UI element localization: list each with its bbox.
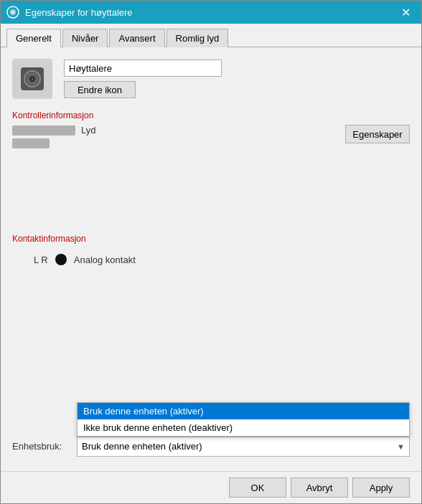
device-usage-section: Enhetsbruk: Bruk denne enheten (aktiver)… <box>12 437 410 457</box>
change-icon-button[interactable]: Endre ikon <box>64 81 136 98</box>
controller-bar-narrow <box>12 138 50 148</box>
content-area: Endre ikon Kontrollerinformasjon Lyd Ege… <box>1 47 421 471</box>
main-window: Egenskaper for høyttalere ✕ Generelt Niv… <box>0 0 422 504</box>
tab-generelt[interactable]: Generelt <box>6 29 61 47</box>
device-usage-dropdown-wrapper: Bruk denne enheten (aktiver) ▼ Bruk denn… <box>77 437 410 457</box>
contact-row: L R Analog kontakt <box>12 248 410 271</box>
title-bar: Egenskaper for høyttalere ✕ <box>1 1 421 24</box>
ok-button[interactable]: OK <box>229 477 286 498</box>
apply-button[interactable]: Apply <box>352 477 410 498</box>
cancel-button[interactable]: Avbryt <box>291 477 348 498</box>
spacer2 <box>12 282 410 359</box>
controller-bar-wide <box>12 125 75 135</box>
dropdown-arrow-icon: ▼ <box>397 442 405 451</box>
contact-section-label: Kontaktinformasjon <box>12 234 410 244</box>
controller-bar-row-1: Lyd <box>12 125 95 135</box>
tab-romlig-lyd[interactable]: Romlig lyd <box>167 29 229 47</box>
window-title: Egenskaper for høyttalere <box>25 7 395 18</box>
speaker-name-input[interactable] <box>64 60 222 77</box>
spacer <box>12 157 410 234</box>
svg-point-2 <box>12 11 14 14</box>
title-icon <box>6 6 19 19</box>
dropdown-option-aktiver[interactable]: Bruk denne enheten (aktiver) <box>78 403 409 419</box>
tab-avansert[interactable]: Avansert <box>109 29 164 47</box>
controller-section: Kontrollerinformasjon Lyd Egenskaper <box>12 110 410 148</box>
svg-point-7 <box>32 78 33 80</box>
properties-button[interactable]: Egenskaper <box>345 125 410 143</box>
dropdown-selected-text: Bruk denne enheten (aktiver) <box>82 441 202 452</box>
analog-dot-icon <box>55 254 67 265</box>
analog-label: Analog kontakt <box>74 255 136 265</box>
controller-left: Lyd <box>12 125 95 148</box>
device-usage-dropdown-menu: Bruk denne enheten (aktiver) Ikke bruk d… <box>77 402 410 437</box>
footer: OK Avbryt Apply <box>1 471 421 503</box>
lr-label: L R <box>34 255 48 265</box>
controller-bar-row-2 <box>12 138 95 148</box>
close-button[interactable]: ✕ <box>395 4 416 20</box>
contact-section: Kontaktinformasjon L R Analog kontakt <box>12 234 410 271</box>
tab-bar: Generelt Nivåer Avansert Romlig lyd <box>1 24 421 47</box>
controller-item-label: Lyd <box>81 125 95 135</box>
speaker-name-col: Endre ikon <box>64 60 222 98</box>
controller-section-label: Kontrollerinformasjon <box>12 110 410 120</box>
speaker-row: Endre ikon <box>12 59 410 99</box>
device-usage-dropdown[interactable]: Bruk denne enheten (aktiver) ▼ <box>77 437 410 457</box>
speaker-icon-box <box>12 59 52 99</box>
device-usage-label: Enhetsbruk: <box>12 441 70 452</box>
device-usage-row: Enhetsbruk: Bruk denne enheten (aktiver)… <box>12 437 410 457</box>
dropdown-option-deaktiver[interactable]: Ikke bruk denne enheten (deaktiver) <box>78 419 409 436</box>
tab-nivåer[interactable]: Nivåer <box>62 29 108 47</box>
controller-row: Lyd Egenskaper <box>12 125 410 148</box>
